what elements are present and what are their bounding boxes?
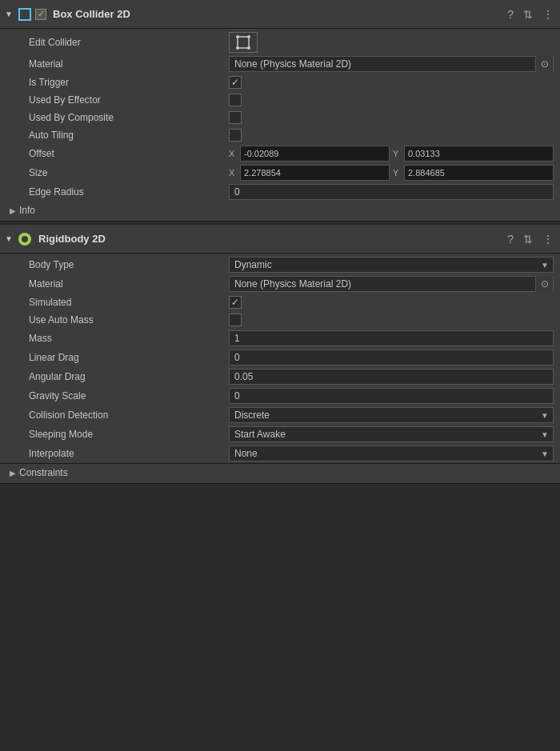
rigidbody-help-btn[interactable]: ? <box>506 231 515 247</box>
box-collider-header-actions: ? ⇅ ⋮ <box>506 6 555 22</box>
collision-detection-row: Collision Detection Discrete ▼ <box>0 405 560 425</box>
collision-detection-value: Discrete ▼ <box>229 407 554 423</box>
body-type-text: Dynamic <box>230 259 537 270</box>
constraints-label: Constraints <box>19 467 68 478</box>
gravity-scale-value <box>229 388 554 404</box>
size-y-group: Y <box>393 165 554 181</box>
svg-point-1 <box>236 35 239 38</box>
size-value: X Y <box>229 165 554 181</box>
box-collider-material-row: Material None (Physics Material 2D) ⊙ <box>0 54 560 74</box>
size-y-input[interactable] <box>404 165 554 181</box>
linear-drag-row: Linear Drag <box>0 348 560 367</box>
rigidbody-material-label: Material <box>29 278 229 290</box>
rigidbody-title: Rigidbody 2D <box>38 233 502 245</box>
offset-label: Offset <box>29 148 229 159</box>
rigidbody-icon-container <box>18 232 32 246</box>
edge-radius-input[interactable] <box>229 184 554 200</box>
rigidbody-material-value: None (Physics Material 2D) ⊙ <box>229 276 554 292</box>
box-collider-icon-container <box>18 7 32 22</box>
body-type-label: Body Type <box>29 259 229 270</box>
svg-point-2 <box>247 35 250 38</box>
size-x-input[interactable] <box>240 165 390 181</box>
constraints-row[interactable]: ▶ Constraints <box>0 463 560 481</box>
used-by-effector-label: Used By Effector <box>29 94 229 106</box>
offset-y-input[interactable] <box>404 146 554 162</box>
rigidbody-presets-btn[interactable]: ⇅ <box>522 231 534 247</box>
used-by-composite-checkbox[interactable] <box>229 111 242 124</box>
collision-detection-dropdown-arrow: ▼ <box>537 407 553 423</box>
sleeping-mode-dropdown[interactable]: Start Awake ▼ <box>229 426 554 442</box>
simulated-row: Simulated <box>0 294 560 311</box>
edge-radius-label: Edge Radius <box>29 186 229 198</box>
offset-x-label: X <box>229 149 238 158</box>
rigidbody-material-field[interactable]: None (Physics Material 2D) ⊙ <box>229 276 554 292</box>
box-collider-material-label: Material <box>29 58 229 70</box>
edge-radius-row: Edge Radius <box>0 182 560 202</box>
used-by-effector-checkbox[interactable] <box>229 94 242 106</box>
box-collider-collapse-arrow[interactable]: ▼ <box>5 10 14 18</box>
svg-point-3 <box>236 46 239 50</box>
auto-tiling-checkbox[interactable] <box>229 129 242 142</box>
constraints-collapse-arrow: ▶ <box>10 469 16 477</box>
box-collider-material-picker-btn[interactable]: ⊙ <box>535 56 553 72</box>
rigidbody-header: ▼ Rigidbody 2D ? ⇅ ⋮ <box>0 225 560 254</box>
rigidbody-material-picker-btn[interactable]: ⊙ <box>535 276 553 292</box>
rigidbody-material-row: Material None (Physics Material 2D) ⊙ <box>0 274 560 294</box>
mass-row: Mass <box>0 329 560 348</box>
box-collider-menu-btn[interactable]: ⋮ <box>541 6 555 22</box>
box-collider-panel: ▼ Box Collider 2D ? ⇅ ⋮ Edit Collider <box>0 0 560 222</box>
size-label: Size <box>29 167 229 178</box>
rigidbody-icon <box>18 233 31 246</box>
offset-row: Offset X Y <box>0 144 560 163</box>
edit-collider-label: Edit Collider <box>29 37 229 48</box>
body-type-value: Dynamic ▼ <box>229 257 554 273</box>
box-collider-header: ▼ Box Collider 2D ? ⇅ ⋮ <box>0 0 560 29</box>
interpolate-dropdown[interactable]: None ▼ <box>229 445 554 461</box>
box-collider-icon <box>18 8 31 21</box>
simulated-label: Simulated <box>29 297 229 308</box>
angular-drag-value <box>229 369 554 385</box>
rigidbody-menu-btn[interactable]: ⋮ <box>541 231 555 247</box>
used-by-effector-row: Used By Effector <box>0 91 560 109</box>
use-auto-mass-value <box>229 314 554 326</box>
angular-drag-row: Angular Drag <box>0 367 560 386</box>
rigidbody-collapse-arrow[interactable]: ▼ <box>5 234 14 243</box>
box-collider-presets-btn[interactable]: ⇅ <box>522 6 534 22</box>
size-xy-fields: X Y <box>229 165 554 181</box>
box-collider-material-value: None (Physics Material 2D) ⊙ <box>229 56 554 72</box>
mass-value <box>229 330 554 346</box>
edit-collider-button[interactable] <box>229 32 258 53</box>
box-collider-body: Edit Collider Material None (Phys <box>0 29 560 221</box>
used-by-effector-value <box>229 94 554 106</box>
interpolate-value: None ▼ <box>229 445 554 461</box>
gravity-scale-input[interactable] <box>229 388 554 404</box>
linear-drag-label: Linear Drag <box>29 352 229 363</box>
is-trigger-checkbox[interactable] <box>229 76 242 89</box>
linear-drag-input[interactable] <box>229 350 554 366</box>
info-row[interactable]: ▶ Info <box>0 202 560 219</box>
box-collider-help-btn[interactable]: ? <box>506 6 515 22</box>
sleeping-mode-label: Sleeping Mode <box>29 429 229 440</box>
box-collider-material-field[interactable]: None (Physics Material 2D) ⊙ <box>229 56 554 72</box>
mass-input[interactable] <box>229 330 554 346</box>
body-type-dropdown[interactable]: Dynamic ▼ <box>229 257 554 273</box>
rigidbody-body: Body Type Dynamic ▼ Material None (Physi… <box>0 254 560 483</box>
is-trigger-row: Is Trigger <box>0 74 560 91</box>
used-by-composite-value <box>229 111 554 124</box>
collision-detection-dropdown[interactable]: Discrete ▼ <box>229 407 554 423</box>
body-type-dropdown-arrow: ▼ <box>537 257 553 273</box>
box-collider-enabled-checkbox[interactable] <box>35 9 46 20</box>
edit-collider-value <box>229 32 554 53</box>
offset-value: X Y <box>229 146 554 162</box>
angular-drag-label: Angular Drag <box>29 371 229 382</box>
offset-x-input[interactable] <box>240 146 390 162</box>
auto-tiling-row: Auto Tiling <box>0 126 560 144</box>
angular-drag-input[interactable] <box>229 369 554 385</box>
rigidbody-header-actions: ? ⇅ ⋮ <box>506 231 555 247</box>
box-collider-material-text: None (Physics Material 2D) <box>230 58 535 70</box>
info-label: Info <box>19 205 35 216</box>
info-collapse-arrow: ▶ <box>10 206 16 215</box>
interpolate-row: Interpolate None ▼ <box>0 444 560 463</box>
use-auto-mass-checkbox[interactable] <box>229 314 242 326</box>
simulated-checkbox[interactable] <box>229 296 242 309</box>
